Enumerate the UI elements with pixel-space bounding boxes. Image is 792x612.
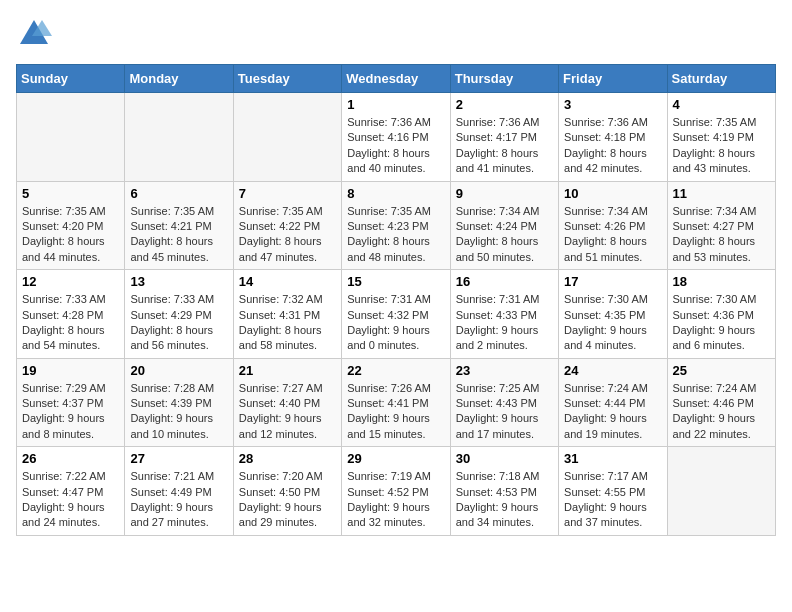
weekday-header-thursday: Thursday bbox=[450, 65, 558, 93]
calendar-cell: 3Sunrise: 7:36 AM Sunset: 4:18 PM Daylig… bbox=[559, 93, 667, 182]
day-info: Sunrise: 7:21 AM Sunset: 4:49 PM Dayligh… bbox=[130, 469, 227, 531]
calendar-header: SundayMondayTuesdayWednesdayThursdayFrid… bbox=[17, 65, 776, 93]
calendar-week-1: 1Sunrise: 7:36 AM Sunset: 4:16 PM Daylig… bbox=[17, 93, 776, 182]
day-number: 22 bbox=[347, 363, 444, 378]
day-info: Sunrise: 7:35 AM Sunset: 4:20 PM Dayligh… bbox=[22, 204, 119, 266]
day-info: Sunrise: 7:33 AM Sunset: 4:29 PM Dayligh… bbox=[130, 292, 227, 354]
day-number: 31 bbox=[564, 451, 661, 466]
day-info: Sunrise: 7:30 AM Sunset: 4:36 PM Dayligh… bbox=[673, 292, 770, 354]
day-number: 30 bbox=[456, 451, 553, 466]
calendar-cell: 7Sunrise: 7:35 AM Sunset: 4:22 PM Daylig… bbox=[233, 181, 341, 270]
day-info: Sunrise: 7:35 AM Sunset: 4:23 PM Dayligh… bbox=[347, 204, 444, 266]
calendar-cell: 8Sunrise: 7:35 AM Sunset: 4:23 PM Daylig… bbox=[342, 181, 450, 270]
calendar-cell bbox=[233, 93, 341, 182]
day-info: Sunrise: 7:31 AM Sunset: 4:32 PM Dayligh… bbox=[347, 292, 444, 354]
calendar-cell: 12Sunrise: 7:33 AM Sunset: 4:28 PM Dayli… bbox=[17, 270, 125, 359]
calendar-week-5: 26Sunrise: 7:22 AM Sunset: 4:47 PM Dayli… bbox=[17, 447, 776, 536]
calendar-cell: 15Sunrise: 7:31 AM Sunset: 4:32 PM Dayli… bbox=[342, 270, 450, 359]
day-info: Sunrise: 7:35 AM Sunset: 4:19 PM Dayligh… bbox=[673, 115, 770, 177]
day-info: Sunrise: 7:34 AM Sunset: 4:26 PM Dayligh… bbox=[564, 204, 661, 266]
day-number: 23 bbox=[456, 363, 553, 378]
day-info: Sunrise: 7:28 AM Sunset: 4:39 PM Dayligh… bbox=[130, 381, 227, 443]
day-info: Sunrise: 7:18 AM Sunset: 4:53 PM Dayligh… bbox=[456, 469, 553, 531]
day-number: 27 bbox=[130, 451, 227, 466]
weekday-header-saturday: Saturday bbox=[667, 65, 775, 93]
calendar-cell: 10Sunrise: 7:34 AM Sunset: 4:26 PM Dayli… bbox=[559, 181, 667, 270]
day-info: Sunrise: 7:22 AM Sunset: 4:47 PM Dayligh… bbox=[22, 469, 119, 531]
day-number: 14 bbox=[239, 274, 336, 289]
calendar-cell: 17Sunrise: 7:30 AM Sunset: 4:35 PM Dayli… bbox=[559, 270, 667, 359]
day-info: Sunrise: 7:20 AM Sunset: 4:50 PM Dayligh… bbox=[239, 469, 336, 531]
day-number: 10 bbox=[564, 186, 661, 201]
day-number: 1 bbox=[347, 97, 444, 112]
day-info: Sunrise: 7:35 AM Sunset: 4:21 PM Dayligh… bbox=[130, 204, 227, 266]
calendar-cell: 14Sunrise: 7:32 AM Sunset: 4:31 PM Dayli… bbox=[233, 270, 341, 359]
day-info: Sunrise: 7:29 AM Sunset: 4:37 PM Dayligh… bbox=[22, 381, 119, 443]
weekday-header-tuesday: Tuesday bbox=[233, 65, 341, 93]
calendar-cell: 22Sunrise: 7:26 AM Sunset: 4:41 PM Dayli… bbox=[342, 358, 450, 447]
calendar-cell: 23Sunrise: 7:25 AM Sunset: 4:43 PM Dayli… bbox=[450, 358, 558, 447]
day-number: 12 bbox=[22, 274, 119, 289]
day-info: Sunrise: 7:35 AM Sunset: 4:22 PM Dayligh… bbox=[239, 204, 336, 266]
day-info: Sunrise: 7:17 AM Sunset: 4:55 PM Dayligh… bbox=[564, 469, 661, 531]
day-number: 28 bbox=[239, 451, 336, 466]
calendar-cell: 11Sunrise: 7:34 AM Sunset: 4:27 PM Dayli… bbox=[667, 181, 775, 270]
calendar-cell: 28Sunrise: 7:20 AM Sunset: 4:50 PM Dayli… bbox=[233, 447, 341, 536]
day-number: 19 bbox=[22, 363, 119, 378]
day-info: Sunrise: 7:34 AM Sunset: 4:27 PM Dayligh… bbox=[673, 204, 770, 266]
weekday-header-sunday: Sunday bbox=[17, 65, 125, 93]
calendar-cell: 2Sunrise: 7:36 AM Sunset: 4:17 PM Daylig… bbox=[450, 93, 558, 182]
day-number: 25 bbox=[673, 363, 770, 378]
day-number: 3 bbox=[564, 97, 661, 112]
calendar-cell: 25Sunrise: 7:24 AM Sunset: 4:46 PM Dayli… bbox=[667, 358, 775, 447]
calendar-cell: 29Sunrise: 7:19 AM Sunset: 4:52 PM Dayli… bbox=[342, 447, 450, 536]
day-info: Sunrise: 7:24 AM Sunset: 4:44 PM Dayligh… bbox=[564, 381, 661, 443]
calendar-cell: 6Sunrise: 7:35 AM Sunset: 4:21 PM Daylig… bbox=[125, 181, 233, 270]
day-number: 17 bbox=[564, 274, 661, 289]
day-number: 16 bbox=[456, 274, 553, 289]
day-info: Sunrise: 7:36 AM Sunset: 4:16 PM Dayligh… bbox=[347, 115, 444, 177]
day-number: 9 bbox=[456, 186, 553, 201]
day-number: 6 bbox=[130, 186, 227, 201]
day-number: 13 bbox=[130, 274, 227, 289]
calendar-week-3: 12Sunrise: 7:33 AM Sunset: 4:28 PM Dayli… bbox=[17, 270, 776, 359]
calendar-cell: 1Sunrise: 7:36 AM Sunset: 4:16 PM Daylig… bbox=[342, 93, 450, 182]
calendar-cell: 18Sunrise: 7:30 AM Sunset: 4:36 PM Dayli… bbox=[667, 270, 775, 359]
weekday-header-friday: Friday bbox=[559, 65, 667, 93]
day-number: 8 bbox=[347, 186, 444, 201]
day-number: 2 bbox=[456, 97, 553, 112]
logo bbox=[16, 16, 56, 52]
logo-icon bbox=[16, 16, 52, 52]
day-info: Sunrise: 7:25 AM Sunset: 4:43 PM Dayligh… bbox=[456, 381, 553, 443]
calendar-week-4: 19Sunrise: 7:29 AM Sunset: 4:37 PM Dayli… bbox=[17, 358, 776, 447]
calendar-cell bbox=[667, 447, 775, 536]
day-number: 18 bbox=[673, 274, 770, 289]
day-info: Sunrise: 7:26 AM Sunset: 4:41 PM Dayligh… bbox=[347, 381, 444, 443]
day-number: 29 bbox=[347, 451, 444, 466]
day-number: 20 bbox=[130, 363, 227, 378]
day-info: Sunrise: 7:19 AM Sunset: 4:52 PM Dayligh… bbox=[347, 469, 444, 531]
calendar-cell: 27Sunrise: 7:21 AM Sunset: 4:49 PM Dayli… bbox=[125, 447, 233, 536]
day-number: 7 bbox=[239, 186, 336, 201]
calendar-cell: 31Sunrise: 7:17 AM Sunset: 4:55 PM Dayli… bbox=[559, 447, 667, 536]
day-info: Sunrise: 7:36 AM Sunset: 4:17 PM Dayligh… bbox=[456, 115, 553, 177]
calendar-cell: 16Sunrise: 7:31 AM Sunset: 4:33 PM Dayli… bbox=[450, 270, 558, 359]
page-header bbox=[16, 16, 776, 52]
calendar-cell: 26Sunrise: 7:22 AM Sunset: 4:47 PM Dayli… bbox=[17, 447, 125, 536]
day-info: Sunrise: 7:32 AM Sunset: 4:31 PM Dayligh… bbox=[239, 292, 336, 354]
day-info: Sunrise: 7:31 AM Sunset: 4:33 PM Dayligh… bbox=[456, 292, 553, 354]
day-number: 4 bbox=[673, 97, 770, 112]
calendar-week-2: 5Sunrise: 7:35 AM Sunset: 4:20 PM Daylig… bbox=[17, 181, 776, 270]
calendar-cell: 19Sunrise: 7:29 AM Sunset: 4:37 PM Dayli… bbox=[17, 358, 125, 447]
day-number: 5 bbox=[22, 186, 119, 201]
weekday-header-wednesday: Wednesday bbox=[342, 65, 450, 93]
day-info: Sunrise: 7:33 AM Sunset: 4:28 PM Dayligh… bbox=[22, 292, 119, 354]
calendar-table: SundayMondayTuesdayWednesdayThursdayFrid… bbox=[16, 64, 776, 536]
calendar-cell: 9Sunrise: 7:34 AM Sunset: 4:24 PM Daylig… bbox=[450, 181, 558, 270]
day-info: Sunrise: 7:36 AM Sunset: 4:18 PM Dayligh… bbox=[564, 115, 661, 177]
calendar-cell: 5Sunrise: 7:35 AM Sunset: 4:20 PM Daylig… bbox=[17, 181, 125, 270]
weekday-header-monday: Monday bbox=[125, 65, 233, 93]
day-number: 15 bbox=[347, 274, 444, 289]
day-info: Sunrise: 7:27 AM Sunset: 4:40 PM Dayligh… bbox=[239, 381, 336, 443]
day-number: 24 bbox=[564, 363, 661, 378]
